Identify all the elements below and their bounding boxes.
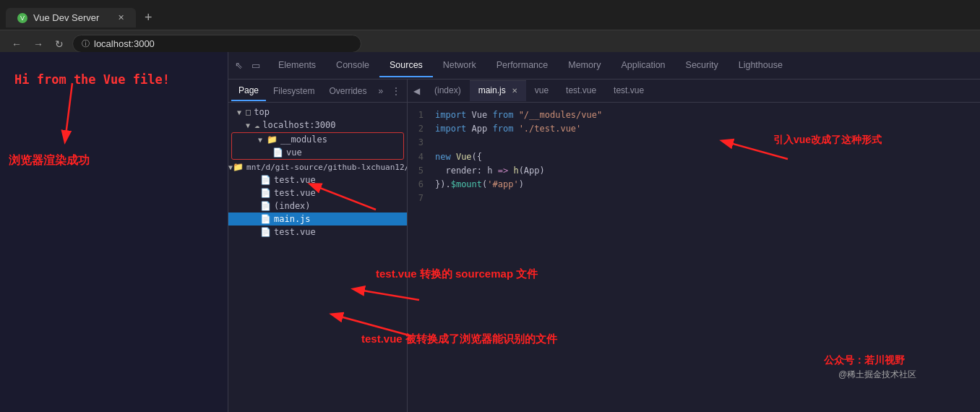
file-tree: ▼ □ top ▼ ☁ localhost:3000 xyxy=(228,103,407,412)
sources-tab-overrides[interactable]: Overrides xyxy=(322,82,374,100)
sources-tabs-more[interactable]: » xyxy=(374,83,387,99)
code-tab-main-js[interactable]: main.js ✕ xyxy=(470,80,526,101)
browser-render-annotation: 浏览器渲染成功 xyxy=(9,153,90,168)
tree-item-index[interactable]: 📄 (index) xyxy=(228,199,407,213)
code-tab-test-vue-2[interactable]: test.vue xyxy=(605,81,653,101)
file-icon-test-vue-3: 📄 xyxy=(260,227,271,237)
file-icon-test-vue-1: 📄 xyxy=(260,175,271,185)
tab-close-button[interactable]: ✕ xyxy=(118,13,124,22)
folder-icon-top: □ xyxy=(246,107,251,117)
folder-icon-mnt: 📁 xyxy=(233,162,244,172)
new-tab-button[interactable]: + xyxy=(139,6,158,30)
file-icon-test-vue-2: 📄 xyxy=(260,188,271,198)
code-tab-main-js-close[interactable]: ✕ xyxy=(512,87,517,95)
tree-item-mnt[interactable]: ▼ 📁 mnt/d/git-source/github-lxchuan12/vu… xyxy=(228,160,407,173)
file-icon-index: 📄 xyxy=(260,201,271,211)
tab-performance[interactable]: Performance xyxy=(486,54,559,77)
tab-lighthouse[interactable]: Lighthouse xyxy=(728,54,793,77)
tab-elements[interactable]: Elements xyxy=(268,54,326,77)
devtools-device-icon[interactable]: ▭ xyxy=(248,57,264,74)
devtools-cursor-icon[interactable]: ⇖ xyxy=(231,57,246,74)
tab-console[interactable]: Console xyxy=(326,54,379,77)
sources-tab-filesystem[interactable]: Filesystem xyxy=(266,82,322,100)
back-button[interactable]: ← xyxy=(9,37,25,51)
url-bar[interactable]: ⓘ localhost:3000 xyxy=(72,35,361,53)
code-tab-index[interactable]: (index) xyxy=(426,81,470,101)
tab-security[interactable]: Security xyxy=(676,54,728,77)
page-heading: Hi from the Vue file! xyxy=(14,72,213,87)
tree-item-top[interactable]: ▼ □ top xyxy=(228,106,407,119)
file-icon-main-js: 📄 xyxy=(260,214,271,224)
cloud-icon: ☁ xyxy=(254,120,259,130)
sources-tab-page[interactable]: Page xyxy=(231,81,266,101)
code-tab-test-vue-1[interactable]: test.vue xyxy=(557,81,605,101)
tree-item-localhost[interactable]: ▼ ☁ localhost:3000 xyxy=(228,119,407,132)
tab-sources[interactable]: Sources xyxy=(379,54,433,77)
tab-network[interactable]: Network xyxy=(433,54,486,77)
tab-memory[interactable]: Memory xyxy=(558,54,611,77)
tree-item-modules[interactable]: ▼ 📁 __modules xyxy=(232,133,403,146)
code-content: import Vue from "/__modules/vue" import … xyxy=(429,103,980,412)
favicon-icon: V xyxy=(17,13,27,23)
file-icon-vue-module: 📄 xyxy=(272,147,283,158)
folder-icon-modules: 📁 xyxy=(267,134,278,145)
tree-item-test-vue-3[interactable]: 📄 test.vue xyxy=(228,226,407,239)
code-tab-vue[interactable]: vue xyxy=(526,81,557,101)
sources-panel-menu[interactable]: ⋮ xyxy=(387,83,405,99)
tab-title: Vue Dev Server xyxy=(33,12,99,23)
tree-item-main-js[interactable]: 📄 main.js xyxy=(228,213,407,226)
lock-icon: ⓘ xyxy=(82,38,90,49)
browser-tab[interactable]: V Vue Dev Server ✕ xyxy=(6,8,136,27)
reload-button[interactable]: ↻ xyxy=(52,37,66,51)
tab-application[interactable]: Application xyxy=(611,54,675,77)
tree-item-vue-module[interactable]: 📄 vue xyxy=(232,146,403,159)
url-text: localhost:3000 xyxy=(94,38,155,49)
code-panel-back[interactable]: ◀ xyxy=(408,83,426,99)
tree-item-test-vue-2[interactable]: 📄 test.vue xyxy=(228,186,407,199)
forward-button[interactable]: → xyxy=(30,37,46,51)
tree-item-test-vue-1[interactable]: 📄 test.vue xyxy=(228,173,407,186)
line-numbers: 1 2 3 4 5 6 7 xyxy=(408,103,429,412)
